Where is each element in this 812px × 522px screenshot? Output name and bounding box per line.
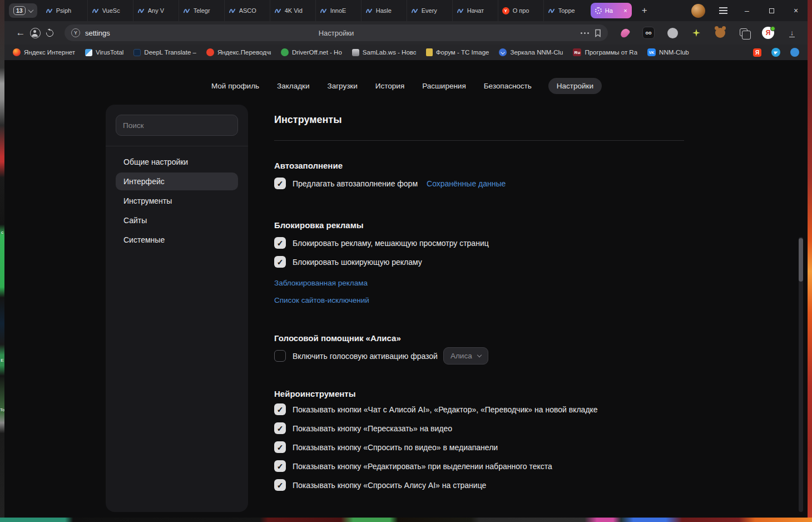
back-button[interactable]: ← bbox=[13, 24, 28, 41]
bookmark-flag-icon[interactable] bbox=[595, 29, 601, 37]
neuro-label-1: Показывать кнопки «Чат с Алисой AI», «Ре… bbox=[293, 405, 598, 414]
sidebar-item-tools[interactable]: Инструменты bbox=[116, 192, 238, 210]
sparkle-icon bbox=[692, 29, 700, 37]
tab-favicon bbox=[457, 7, 464, 14]
address-bar[interactable]: Y settings Настройки bbox=[65, 24, 608, 41]
sidebar-divider bbox=[106, 146, 248, 146]
alice-phrase-dropdown[interactable]: Алиса bbox=[443, 347, 488, 365]
sidebar-item-interface[interactable]: Интерфейс bbox=[116, 173, 238, 190]
bookmark-item[interactable]: VirusTotal bbox=[85, 49, 123, 56]
bookmark-label: Программы от Ra bbox=[585, 49, 637, 56]
sidebar-item-system[interactable]: Системные bbox=[116, 231, 238, 249]
adblock-shocking-checkbox[interactable] bbox=[274, 256, 286, 268]
browser-tab[interactable]: Начат bbox=[452, 0, 498, 21]
bookmark-item[interactable]: VKNNM-Club bbox=[647, 48, 689, 56]
browser-tab[interactable]: VueSc bbox=[87, 0, 133, 21]
desktop-edge-left bbox=[0, 0, 4, 522]
alice-activation-label: Включить голосовую активацию фразой bbox=[293, 352, 438, 361]
extension-pages-button[interactable] bbox=[737, 26, 751, 40]
browser-tab-active-settings[interactable]: На × bbox=[591, 3, 632, 18]
browser-tab[interactable]: Psiph bbox=[42, 0, 87, 21]
oo-extension-icon: oo bbox=[642, 27, 655, 39]
reload-button[interactable] bbox=[42, 24, 57, 41]
gear-icon bbox=[595, 7, 602, 14]
yandex-browser-button[interactable]: Я bbox=[761, 26, 775, 40]
bookmark-blue-circle-icon[interactable] bbox=[790, 48, 799, 57]
downloads-button[interactable]: ↓ bbox=[785, 26, 799, 40]
neuro-checkbox-1[interactable] bbox=[274, 403, 286, 415]
tab-favicon bbox=[411, 7, 418, 14]
tab-label: InnoE bbox=[330, 7, 346, 14]
browser-tab[interactable]: ASCO bbox=[224, 0, 270, 21]
sidebar-item-sites[interactable]: Сайты bbox=[116, 211, 238, 229]
bookmark-label: DriverOff.net - Ho bbox=[292, 49, 342, 56]
autofill-row: Предлагать автозаполнение форм Сохранённ… bbox=[274, 178, 684, 189]
address-favicon: Y bbox=[71, 28, 80, 37]
profile-circle-icon bbox=[30, 28, 41, 38]
deepl-icon bbox=[133, 49, 141, 56]
bookmark-item[interactable]: Форум - TC Image bbox=[426, 48, 489, 56]
bookmark-item[interactable]: Яндекс Интернет bbox=[13, 48, 75, 56]
browser-tab[interactable]: YО про bbox=[498, 0, 543, 21]
window-maximize-button[interactable] bbox=[764, 3, 779, 18]
tab-label: Every bbox=[422, 7, 437, 14]
bookmark-label: Зеркала NNM-Clu bbox=[510, 49, 563, 56]
window-minimize-button[interactable]: – bbox=[740, 3, 754, 18]
paper-plane-icon bbox=[774, 50, 779, 55]
bookmark-label: Яндекс Интернет bbox=[24, 49, 75, 56]
section-heading-neuro: Нейроинструменты bbox=[274, 389, 684, 398]
browser-tab[interactable]: Telegr bbox=[179, 0, 224, 21]
sidebar-item-general[interactable]: Общие настройки bbox=[116, 153, 238, 171]
profile-button[interactable] bbox=[28, 24, 42, 41]
bookmark-item[interactable]: RuПрограммы от Ra bbox=[573, 48, 637, 56]
neuro-checkbox-2[interactable] bbox=[274, 422, 286, 434]
maximize-icon bbox=[769, 8, 774, 13]
browser-tab[interactable]: 4K Vid bbox=[270, 0, 315, 21]
new-tab-button[interactable]: + bbox=[637, 3, 652, 18]
dropdown-value: Алиса bbox=[450, 352, 472, 360]
bookmark-item[interactable]: Зеркала NNM-Clu bbox=[499, 48, 563, 56]
browser-tab[interactable]: Any V bbox=[133, 0, 179, 21]
saved-data-link[interactable]: Сохранённые данные bbox=[427, 179, 506, 188]
profile-avatar[interactable] bbox=[691, 4, 705, 18]
bookmark-telegram-icon[interactable] bbox=[771, 48, 780, 57]
browser-tab[interactable]: Toppe bbox=[543, 0, 589, 21]
extension-feather-button[interactable] bbox=[618, 26, 631, 40]
extensions-strip: oo Я ↓ bbox=[618, 26, 799, 40]
tab-favicon bbox=[274, 7, 281, 14]
bookmark-item[interactable]: SamLab.ws - Ново bbox=[352, 49, 416, 56]
alice-activation-checkbox[interactable] bbox=[274, 350, 286, 362]
bookmark-yandex-icon[interactable]: Я bbox=[753, 48, 761, 57]
tab-label: 4K Vid bbox=[285, 7, 303, 14]
vk-icon: VK bbox=[647, 48, 656, 56]
tab-counter-button[interactable]: 13 bbox=[9, 3, 37, 18]
tab-favicon bbox=[548, 7, 555, 14]
browser-menu-button[interactable] bbox=[716, 4, 730, 17]
tab-label: Hasle bbox=[376, 7, 392, 14]
sidebar-search-input[interactable] bbox=[116, 115, 238, 136]
bookmark-item[interactable]: DeepL Translate – bbox=[133, 49, 196, 56]
blocked-ads-link[interactable]: Заблокированная реклама bbox=[274, 279, 684, 287]
extension-sparkle-button[interactable] bbox=[690, 26, 703, 40]
bookmark-item[interactable]: DriverOff.net - Ho bbox=[281, 48, 342, 56]
extension-bear-button[interactable] bbox=[714, 26, 727, 40]
browser-tab[interactable]: Hasle bbox=[361, 0, 407, 21]
extension-moon-button[interactable] bbox=[666, 26, 679, 40]
tab-close-icon[interactable]: × bbox=[623, 8, 627, 14]
title-divider bbox=[274, 140, 684, 141]
neuro-row-2: Показывать кнопку «Пересказать» на видео bbox=[274, 422, 684, 434]
neuro-checkbox-4[interactable] bbox=[274, 460, 286, 472]
neuro-checkbox-5[interactable] bbox=[274, 479, 286, 491]
more-options-icon[interactable] bbox=[584, 32, 586, 34]
autofill-checkbox[interactable] bbox=[274, 178, 286, 189]
browser-tab[interactable]: InnoE bbox=[315, 0, 361, 21]
adblock-intrusive-checkbox[interactable] bbox=[274, 237, 286, 249]
browser-tab[interactable]: Every bbox=[407, 0, 452, 21]
site-exceptions-link[interactable]: Список сайтов-исключений bbox=[274, 296, 684, 304]
bookmark-item[interactable]: Яндекс.Переводчи bbox=[206, 48, 271, 56]
neuro-checkbox-3[interactable] bbox=[274, 441, 286, 453]
scrollbar-thumb[interactable] bbox=[799, 238, 803, 282]
extension-oo-button[interactable]: oo bbox=[642, 26, 655, 40]
settings-nav-my-profile[interactable]: Мой профиль bbox=[210, 78, 260, 94]
window-close-button[interactable]: × bbox=[789, 3, 803, 18]
